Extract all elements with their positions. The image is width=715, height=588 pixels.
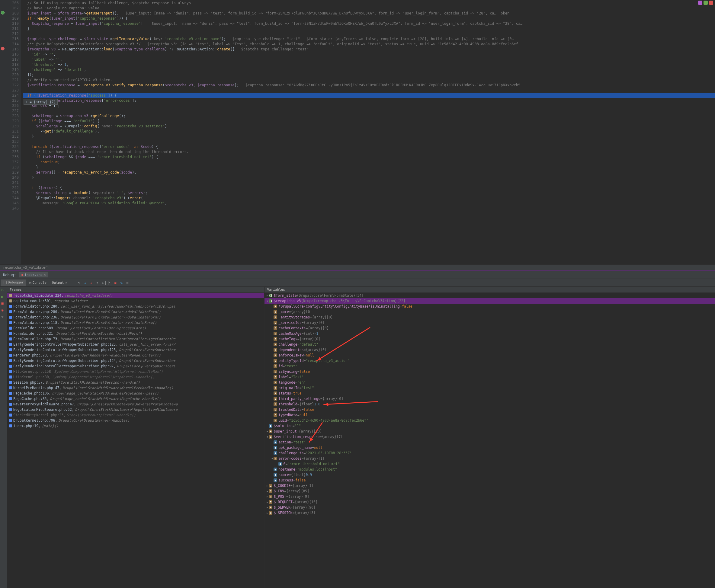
stack-frame[interactable]: FormController.php:73, Drupal\Core\Contr…: [7, 336, 264, 342]
stack-frame[interactable]: EarlyRenderingControllerWrapperSubscribe…: [7, 347, 264, 353]
expand-arrow-icon[interactable]: ▸: [266, 483, 269, 488]
expand-arrow-icon[interactable]: [270, 413, 273, 417]
sort-icon[interactable]: ⇅: [120, 281, 124, 285]
variable-node[interactable]: ●success = false: [265, 478, 715, 483]
tab-console[interactable]: ▤ Console: [27, 280, 49, 286]
stack-frame[interactable]: index.php:19, {main}(): [7, 423, 264, 428]
variable-node[interactable]: ≡cacheMaxAge = {int} -1: [265, 331, 715, 336]
variable-node[interactable]: ▾{}$recaptcha_v3{Drupal\recaptcha_v3\Ent…: [265, 298, 715, 304]
resume-icon[interactable]: ▶: [1, 295, 6, 299]
expand-arrow-icon[interactable]: [275, 462, 279, 466]
variable-node[interactable]: ▸≡$_COOKIE = {array} [1]: [265, 483, 715, 488]
expand-arrow-icon[interactable]: ▾: [266, 434, 269, 439]
expand-arrow-icon[interactable]: ▸: [266, 500, 269, 504]
expand-arrow-icon[interactable]: [270, 440, 273, 445]
expand-arrow-icon[interactable]: [270, 391, 273, 396]
variable-node[interactable]: ●action = "test": [265, 440, 715, 445]
stack-frame[interactable]: HttpKernel.php:158, Symfony\Component\Ht…: [7, 369, 264, 374]
expand-arrow-icon[interactable]: ▾: [270, 456, 273, 461]
expand-arrow-icon[interactable]: [270, 348, 273, 352]
trace-icon[interactable]: ▣: [114, 281, 118, 285]
expand-arrow-icon[interactable]: ▸: [266, 505, 269, 510]
step-over-icon[interactable]: ↷: [78, 281, 82, 285]
variable-node[interactable]: ≡_entityStorages = {array} [0]: [265, 315, 715, 320]
expand-arrow-icon[interactable]: ▸: [266, 510, 269, 515]
stack-frame[interactable]: FormBuilder.php:321, Drupal\Core\Form\Fo…: [7, 331, 264, 336]
expand-arrow-icon[interactable]: [270, 320, 273, 325]
expand-arrow-icon[interactable]: [270, 369, 273, 374]
expand-arrow-icon[interactable]: [270, 418, 273, 423]
expand-arrow-icon[interactable]: [270, 385, 273, 390]
variable-node[interactable]: ≡status = true: [265, 391, 715, 396]
view-breakpoints-icon[interactable]: ◉: [1, 308, 6, 312]
rerun-icon[interactable]: ↻: [1, 288, 6, 292]
evaluate-expression-icon[interactable]: ≡: [108, 281, 112, 285]
expand-arrow-icon[interactable]: [270, 407, 273, 412]
variable-node[interactable]: ▸{}$form_state{Drupal\Core\Form\FormStat…: [265, 293, 715, 298]
variable-node[interactable]: ≡uuid = "1c5d5d42-4c90-4903-ae8a-8d9cfec…: [265, 418, 715, 423]
expand-arrow-icon[interactable]: [270, 331, 273, 336]
variable-node[interactable]: ≡*Drupal\Core\Config\Entity\ConfigEntity…: [265, 304, 715, 309]
step-into-icon[interactable]: ↓: [84, 281, 88, 285]
variable-node[interactable]: ●score = {float} 0.9: [265, 472, 715, 478]
expand-arrow-icon[interactable]: [270, 380, 273, 385]
variable-node[interactable]: ≡cacheContexts = {array} [0]: [265, 326, 715, 331]
variable-node[interactable]: ≡_serviceIds = {array} [0]: [265, 320, 715, 326]
variable-node[interactable]: ●hostname = "modules.localhost": [265, 467, 715, 472]
variables-tree[interactable]: ▸{}$form_state{Drupal\Core\Form\FormStat…: [265, 293, 715, 588]
variable-node[interactable]: ▸≡$_REQUEST = {array} [10]: [265, 499, 715, 505]
stack-frame[interactable]: recaptcha_v3.module:224, recaptcha_v3_va…: [7, 293, 264, 298]
expand-arrow-icon[interactable]: [270, 451, 273, 456]
variable-node[interactable]: ▸≡$_POST = {array} [9]: [265, 494, 715, 499]
settings-icon[interactable]: ⚙: [126, 281, 130, 285]
variable-node[interactable]: ●$solution = "1": [265, 423, 715, 428]
stack-frame[interactable]: ReverseProxyMiddleware.php:47, Drupal\Co…: [7, 401, 264, 407]
expand-arrow-icon[interactable]: [270, 478, 273, 483]
stack-frame[interactable]: DrupalKernel.php:706, Drupal\Core\Drupal…: [7, 418, 264, 423]
variable-node[interactable]: ≡langcode = "en": [265, 380, 715, 385]
variable-node[interactable]: ≡enforceIsNew = null: [265, 353, 715, 358]
stack-frame[interactable]: KernelPreHandle.php:47, Drupal\Core\Stac…: [7, 385, 264, 391]
variable-node[interactable]: ●0 = "score-threshold-not-met": [265, 461, 715, 467]
expand-arrow-icon[interactable]: [270, 375, 273, 379]
variable-node[interactable]: ≡isSyncing = false: [265, 369, 715, 374]
variable-node[interactable]: ≡typedData = null: [265, 412, 715, 418]
expand-arrow-icon[interactable]: ▸: [266, 489, 269, 493]
expand-arrow-icon[interactable]: [270, 402, 273, 406]
expand-arrow-icon[interactable]: [270, 358, 273, 363]
variable-node[interactable]: ≡cacheTags = {array} [0]: [265, 336, 715, 342]
code-content[interactable]: // So if using recaptcha as fallback cha…: [21, 0, 715, 265]
expand-arrow-icon[interactable]: [270, 467, 273, 472]
expand-arrow-icon[interactable]: ▾: [266, 298, 269, 303]
stack-frame[interactable]: EarlyRenderingControllerWrapperSubscribe…: [7, 342, 264, 347]
variable-node[interactable]: ●apk_package_name = null: [265, 445, 715, 450]
stack-frame[interactable]: PageCache.php:85, Drupal\page_cache\Stac…: [7, 396, 264, 401]
variable-node[interactable]: ≡label = "Test": [265, 374, 715, 380]
expand-arrow-icon[interactable]: [270, 445, 273, 450]
expand-arrow-icon[interactable]: [270, 353, 273, 358]
variable-node[interactable]: ≡trustedData = false: [265, 407, 715, 412]
expand-arrow-icon[interactable]: ▸: [266, 293, 269, 298]
variable-node[interactable]: ▸≡$_ENV = {array} [85]: [265, 488, 715, 494]
frames-list[interactable]: recaptcha_v3.module:224, recaptcha_v3_va…: [7, 293, 264, 588]
variable-node[interactable]: ≡third_party_settings = {array} [0]: [265, 396, 715, 401]
mute-breakpoints-icon[interactable]: ⊘: [1, 315, 6, 319]
stop-icon[interactable]: ■: [1, 301, 6, 306]
expand-arrow-icon[interactable]: ▸: [266, 429, 269, 434]
expand-arrow-icon[interactable]: [270, 326, 273, 331]
stack-frame[interactable]: PageCache.php:106, Drupal\page_cache\Sta…: [7, 391, 264, 396]
variable-node[interactable]: ≡originalId = "test": [265, 385, 715, 391]
expand-arrow-icon[interactable]: [270, 315, 273, 320]
expand-arrow-icon[interactable]: [270, 309, 273, 314]
tab-output[interactable]: Output ×: [49, 280, 69, 286]
stack-frame[interactable]: Session.php:57, Drupal\Core\StackMiddlew…: [7, 380, 264, 385]
stack-frame[interactable]: EarlyRenderingControllerWrapperSubscribe…: [7, 358, 264, 363]
close-icon[interactable]: ×: [44, 273, 46, 277]
variable-node[interactable]: ≡challenge = "default": [265, 342, 715, 347]
expand-arrow-icon[interactable]: [270, 472, 273, 477]
expand-arrow-icon[interactable]: [270, 396, 273, 401]
variable-node[interactable]: ≡id = "test": [265, 363, 715, 369]
show-execution-point-icon[interactable]: ⬚: [72, 281, 76, 285]
stack-frame[interactable]: EarlyRenderingControllerWrapperSubscribe…: [7, 363, 264, 369]
code-editor[interactable]: 2062072082092102112122132142152162172182…: [0, 0, 715, 265]
